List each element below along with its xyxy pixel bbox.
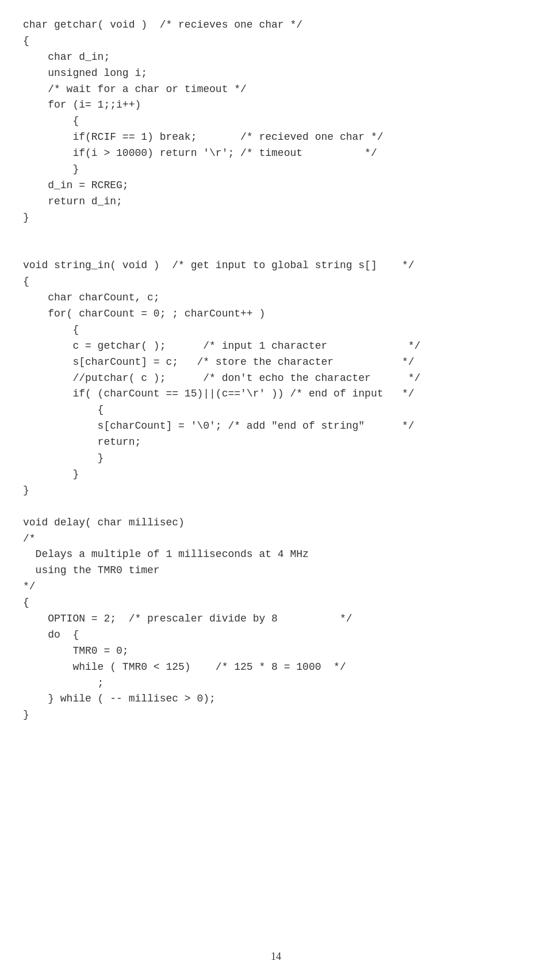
code-block: char getchar( void ) /* recieves one cha…: [23, 17, 529, 723]
page-number: 14: [271, 951, 281, 963]
page-container: char getchar( void ) /* recieves one cha…: [0, 0, 552, 980]
